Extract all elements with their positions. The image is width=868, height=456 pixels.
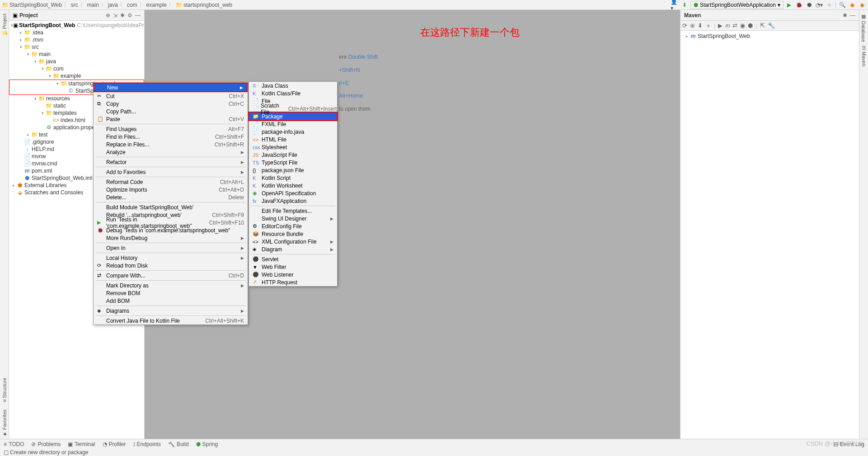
wrench-icon[interactable]: 🔧 [768,22,775,29]
menu-item[interactable]: ↗HTTP Request [249,278,337,286]
spring-tab[interactable]: ⬢Spring [196,441,218,447]
sync-icon[interactable]: ◉ [848,1,856,9]
menu-item[interactable]: Edit File Templates... [249,207,337,215]
coverage-icon[interactable]: ⬢ [805,1,813,9]
menu-item[interactable]: cssStylesheet [249,143,337,151]
run-icon[interactable]: ▶ [785,1,793,9]
breadcrumb-item[interactable]: src [71,2,78,8]
maven-project-row[interactable]: ▸mStartSpringBoot_Web [682,33,857,40]
project-tab[interactable]: 📁 Project [1,12,7,38]
hide-icon[interactable]: — [135,12,141,19]
menu-item[interactable]: Mark Directory as▶ [94,282,248,289]
menu-item[interactable]: 📄Scratch FileCtrl+Alt+Shift+Insert [249,105,337,113]
toggle-icon[interactable]: ⇄ [732,22,737,29]
breadcrumb-item[interactable]: java [108,2,118,8]
menu-item[interactable]: Replace in Files...Ctrl+Shift+R [94,141,248,148]
tree-item[interactable]: ▾📁src [9,43,144,51]
menu-item[interactable]: TSTypeScript File [249,159,337,166]
panel-title[interactable]: Project [19,12,106,19]
menu-item[interactable]: 📄package-info.java [249,128,337,136]
user-icon[interactable]: 👤▾ [671,1,679,9]
menu-item[interactable]: Copy Path... [94,108,248,115]
collapse-icon[interactable]: ✱ [120,12,125,19]
maven-tab[interactable]: m Maven [861,44,867,68]
tree-item[interactable]: ▸📁.idea [9,29,144,36]
generate-icon[interactable]: ⊕ [690,22,695,29]
menu-item[interactable]: 📁Package [249,113,337,120]
tree-item[interactable]: ▾📁example [9,72,144,80]
menu-item[interactable]: KKotlin Worksheet [249,182,337,189]
add-icon[interactable]: ＋ [705,22,711,30]
menu-item[interactable]: ⟳Reload from Disk [94,262,248,269]
menu-item[interactable]: 📋PasteCtrl+V [94,115,248,123]
stop-icon[interactable]: ■ [825,1,833,9]
menu-item[interactable]: ◈Diagrams▶ [94,307,248,315]
status-icon[interactable]: ▢ [4,449,9,456]
menu-item[interactable]: KKotlin Class/File [249,89,337,97]
menu-item[interactable]: ⚫Servlet [249,255,337,263]
breadcrumb-item[interactable]: StartSpringBoot_Web [9,2,62,8]
menu-item[interactable]: Swing UI Designer▶ [249,215,337,222]
menu-item[interactable]: ▼Web Filter [249,263,337,271]
menu-item[interactable]: {}package.json File [249,166,337,174]
menu-item[interactable]: <>XML Configuration File▶ [249,238,337,245]
menu-item[interactable]: KKotlin Script [249,174,337,182]
menu-item[interactable]: fxJavaFXApplication [249,197,337,205]
menu-item[interactable]: Open In▶ [94,244,248,252]
menu-item[interactable]: Convert Java File to Kotlin FileCtrl+Alt… [94,317,248,324]
menu-item[interactable]: Analyze▶ [94,148,248,156]
build-icon[interactable]: ⬇ [680,1,689,9]
maven-settings-icon[interactable]: ✱ [843,12,847,19]
terminal-tab[interactable]: ▣Terminal [68,441,95,447]
menu-item[interactable]: ⚫Web Listener [249,271,337,278]
search-icon[interactable]: 🔍 [838,1,846,9]
menu-item[interactable]: 📄FXML File [249,120,337,128]
menu-item[interactable]: 🐞Debug 'Tests in 'com.example.startsprin… [94,226,248,234]
menu-item[interactable]: ⧉CopyCtrl+C [94,100,248,108]
menu-item[interactable]: Reformat CodeCtrl+Alt+L [94,178,248,186]
breadcrumb[interactable]: 📁 StartSpringBoot_Web〉 src〉 main〉 java〉 … [2,1,671,9]
menu-item[interactable]: ◉OpenAPI Specification [249,189,337,197]
breadcrumb-item[interactable]: example [146,2,167,8]
menu-item[interactable]: Optimize ImportsCtrl+Alt+O [94,186,248,193]
maven-hide-icon[interactable]: — [850,12,855,19]
tree-item[interactable]: ▾📁java [9,58,144,65]
menu-item[interactable]: Refactor▶ [94,158,248,166]
show-icon[interactable]: ⬢ [748,22,753,29]
collapse-all-icon[interactable]: ⇱ [760,22,765,29]
menu-item[interactable]: 📦Resource Bundle [249,230,337,238]
menu-item[interactable]: Delete...Delete [94,193,248,201]
build-tab[interactable]: 🔨Build [168,441,189,447]
settings-icon[interactable]: ◉ [858,1,866,9]
menu-item[interactable]: ◈Diagram▶ [249,245,337,253]
menu-item[interactable]: Local History▶ [94,254,248,262]
structure-tab[interactable]: ≡ Structure [2,376,7,404]
breadcrumb-item[interactable]: main [87,2,99,8]
menu-item[interactable]: Build Module 'StartSpringBoot_Web' [94,203,248,211]
menu-item[interactable]: <>HTML File [249,136,337,143]
menu-item[interactable]: Add BOM [94,297,248,305]
endpoints-tab[interactable]: ⟟Endpoints [133,441,161,447]
menu-item[interactable]: ▶Run 'Tests in 'com.example.startspringb… [94,219,248,226]
menu-item[interactable]: New▶ [94,84,247,91]
debug-icon[interactable]: 🐞 [795,1,803,9]
breadcrumb-item[interactable]: com [127,2,137,8]
todo-tab[interactable]: ≡TODO [4,441,24,447]
menu-item[interactable]: ⇄Compare With...Ctrl+D [94,272,248,279]
menu-item[interactable]: More Run/Debug▶ [94,234,248,242]
download-icon[interactable]: ⬇ [698,22,703,29]
tree-root[interactable]: ▾▣StartSpringBoot_WebC:\Users\spongebob\… [9,22,144,29]
breadcrumb-item[interactable]: startspringboot_web [183,2,232,8]
profiler-icon[interactable]: ◔▾ [815,1,823,9]
run-icon[interactable]: ▶ [718,22,723,29]
menu-item[interactable]: JSJavaScript File [249,151,337,159]
offline-icon[interactable]: ◉ [740,22,745,29]
run-config-selector[interactable]: ⬢StartSpringBootWebApplication▾ [690,1,784,9]
profiler-tab[interactable]: ◔Profiler [103,441,126,447]
tree-item[interactable]: ▸📁.mvn [9,36,144,43]
select-open-icon[interactable]: ⊕ [106,12,110,19]
execute-icon[interactable]: m [725,22,730,29]
problems-tab[interactable]: ⊘Problems [31,441,61,447]
menu-item[interactable]: Remove BOM [94,289,248,297]
tree-item[interactable]: ▾📁com [9,65,144,72]
